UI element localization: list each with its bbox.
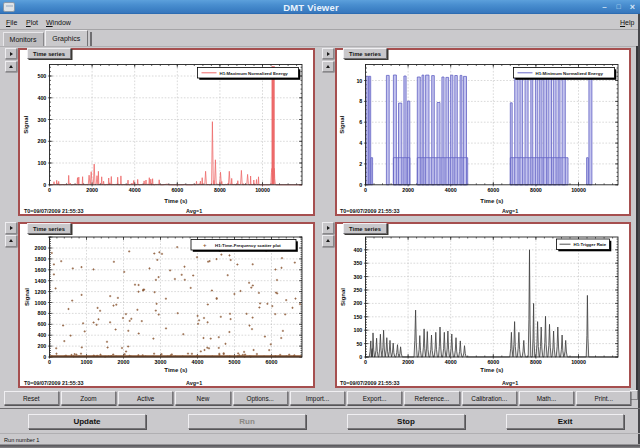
svg-text:10000: 10000	[571, 359, 586, 365]
svg-text:Signal: Signal	[340, 288, 346, 306]
svg-text:2000: 2000	[118, 359, 130, 365]
svg-text:0: 0	[359, 181, 362, 187]
svg-text:T0=09/07/2009 21:55:33: T0=09/07/2009 21:55:33	[340, 380, 400, 386]
svg-text:4000: 4000	[445, 186, 457, 192]
svg-text:2000: 2000	[35, 245, 47, 251]
svg-text:1600: 1600	[35, 267, 47, 273]
svg-text:Time (s): Time (s)	[164, 197, 187, 203]
svg-text:Avg=1: Avg=1	[502, 207, 518, 213]
svg-text:250: 250	[353, 287, 362, 293]
svg-text:0: 0	[364, 359, 367, 365]
svg-text:0: 0	[43, 354, 46, 360]
svg-text:3000: 3000	[155, 359, 167, 365]
svg-text:Signal: Signal	[24, 115, 30, 133]
svg-text:1000: 1000	[81, 359, 93, 365]
svg-text:Avg=1: Avg=1	[186, 380, 202, 386]
svg-text:300: 300	[37, 116, 46, 122]
svg-text:10000: 10000	[571, 186, 586, 192]
svg-text:0: 0	[43, 181, 46, 187]
svg-text:100: 100	[353, 327, 362, 333]
svg-text:T0=09/07/2009 21:55:33: T0=09/07/2009 21:55:33	[24, 207, 84, 213]
svg-text:1200: 1200	[35, 289, 47, 295]
svg-text:300: 300	[353, 274, 362, 280]
svg-text:+: +	[203, 242, 207, 248]
svg-text:150: 150	[353, 314, 362, 320]
svg-text:0: 0	[364, 186, 367, 192]
svg-text:1000: 1000	[35, 300, 47, 306]
svg-text:8000: 8000	[530, 186, 542, 192]
svg-text:2000: 2000	[86, 186, 98, 192]
svg-text:4000: 4000	[129, 186, 141, 192]
svg-text:5000: 5000	[229, 359, 241, 365]
svg-text:200: 200	[37, 138, 46, 144]
svg-text:Time (s): Time (s)	[164, 367, 187, 373]
svg-text:2000: 2000	[402, 186, 414, 192]
svg-text:Time (s): Time (s)	[480, 367, 503, 373]
svg-text:H1:Trigger Rate: H1:Trigger Rate	[574, 242, 607, 247]
svg-text:Avg=1: Avg=1	[502, 380, 518, 386]
svg-text:100: 100	[37, 160, 46, 166]
svg-text:200: 200	[353, 300, 362, 306]
svg-text:400: 400	[37, 332, 46, 338]
svg-text:1800: 1800	[35, 256, 47, 262]
svg-text:4000: 4000	[192, 359, 204, 365]
svg-text:4000: 4000	[445, 359, 457, 365]
svg-text:600: 600	[37, 321, 46, 327]
svg-text:Time (s): Time (s)	[480, 197, 503, 203]
svg-text:H1:Time-Frequency scatter plot: H1:Time-Frequency scatter plot	[215, 243, 281, 248]
svg-text:6: 6	[359, 119, 362, 125]
svg-text:350: 350	[353, 260, 362, 266]
svg-text:T0=09/07/2009 21:55:33: T0=09/07/2009 21:55:33	[340, 207, 400, 213]
svg-text:0: 0	[48, 359, 51, 365]
svg-text:2000: 2000	[402, 359, 414, 365]
svg-text:500: 500	[37, 73, 46, 79]
svg-text:Signal: Signal	[340, 115, 346, 133]
svg-text:1400: 1400	[35, 278, 47, 284]
svg-text:8000: 8000	[214, 186, 226, 192]
svg-text:8000: 8000	[530, 359, 542, 365]
svg-text:50: 50	[356, 341, 362, 347]
svg-text:4: 4	[359, 140, 362, 146]
svg-text:H1:Maximum Normalized Energy: H1:Maximum Normalized Energy	[220, 70, 289, 75]
svg-text:Signal: Signal	[24, 288, 30, 306]
svg-text:H1:Minimum Normalized Energy: H1:Minimum Normalized Energy	[536, 70, 604, 75]
svg-text:10000: 10000	[255, 186, 270, 192]
svg-text:T0=09/07/2009 21:55:33: T0=09/07/2009 21:55:33	[24, 380, 84, 386]
svg-text:0: 0	[359, 354, 362, 360]
svg-text:6000: 6000	[266, 359, 278, 365]
svg-text:0: 0	[48, 186, 51, 192]
svg-text:800: 800	[37, 310, 46, 316]
svg-text:6000: 6000	[171, 186, 183, 192]
svg-text:200: 200	[37, 343, 46, 349]
svg-text:400: 400	[37, 94, 46, 100]
svg-text:8: 8	[359, 98, 362, 104]
svg-text:2: 2	[359, 160, 362, 166]
svg-text:400: 400	[353, 247, 362, 253]
svg-text:6000: 6000	[487, 186, 499, 192]
svg-text:Avg=1: Avg=1	[186, 207, 202, 213]
svg-text:10: 10	[356, 77, 362, 83]
svg-text:6000: 6000	[487, 359, 499, 365]
